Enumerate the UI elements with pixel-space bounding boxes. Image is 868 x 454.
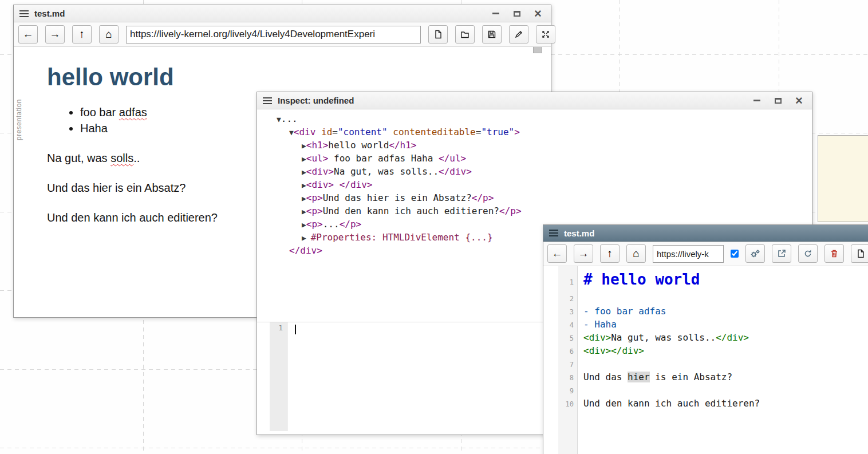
note-window[interactable] [818, 135, 868, 222]
refresh-button[interactable] [798, 244, 818, 263]
text-segment: Und den kann ich auch editieren? [47, 211, 218, 224]
back-button[interactable]: ← [18, 25, 38, 44]
new-file-icon [856, 249, 865, 258]
editor-line[interactable]: 4- Haha [543, 318, 868, 331]
new-file-button[interactable] [851, 244, 868, 263]
window-title: test.md [564, 228, 594, 238]
maximize-button[interactable] [773, 96, 783, 105]
code-segment: </p> [499, 206, 522, 216]
forward-button[interactable]: → [574, 244, 593, 263]
window-title: test.md [34, 9, 65, 18]
up-button[interactable]: ↑ [600, 244, 620, 263]
code-segment: - foo bar adfas [583, 306, 666, 317]
save-icon [487, 30, 496, 39]
disclosure-triangle-icon[interactable]: ▼ [289, 128, 294, 137]
code-segment: "content" [338, 127, 388, 137]
up-button[interactable]: ↑ [72, 25, 92, 44]
disclosure-triangle-icon[interactable]: ▶ [302, 194, 306, 203]
window-menu-icon[interactable] [549, 230, 558, 236]
url-input[interactable] [653, 245, 724, 263]
minimize-button[interactable] [752, 96, 762, 105]
markdown-editor[interactable]: 1# hello world2 3- foo bar adfas4- Haha5… [543, 266, 868, 454]
presentation-label: presentation [15, 88, 23, 151]
settings-button[interactable] [745, 244, 765, 263]
titlebar-presentation[interactable]: test.md × [14, 5, 551, 22]
minimize-button[interactable] [491, 9, 500, 18]
code-segment: Und das hier is ein Absatz? [323, 192, 472, 203]
line-number: 9 [558, 385, 578, 397]
disclosure-triangle-icon[interactable]: ▶ [302, 155, 306, 163]
scrollbar-thumb[interactable] [533, 47, 542, 53]
editor-line[interactable]: 8Und das hier is ein Absatz? [543, 371, 868, 384]
tree-node[interactable]: ▶<h1>hello world</h1> [257, 139, 812, 152]
back-button[interactable]: ← [547, 244, 567, 263]
disclosure-triangle-icon[interactable]: ▶ [302, 220, 306, 229]
tree-node[interactable]: ▶<div>Na gut, was solls..</div> [257, 165, 812, 179]
line-content [578, 358, 589, 370]
disclosure-triangle-icon[interactable]: ▶ [302, 207, 306, 216]
tree-node[interactable]: ▶<div> </div> [257, 179, 812, 192]
code-segment: Na gut, was solls.. [611, 332, 716, 343]
code-segment: </div> [716, 332, 749, 343]
text-cursor [295, 325, 296, 334]
tree-node[interactable]: ▼<div id="content" contenteditable="true… [257, 126, 812, 139]
editor-line[interactable]: 2 [543, 292, 868, 305]
disclosure-triangle-icon[interactable]: ▶ [302, 168, 306, 176]
save-button[interactable] [482, 25, 502, 44]
editor-line[interactable]: 5<div>Na gut, was solls..</div> [543, 331, 868, 345]
expand-icon [541, 30, 550, 39]
line-content: Und das hier is ein Absatz? [578, 371, 732, 384]
url-input[interactable] [126, 26, 421, 44]
line-number: 6 [558, 345, 578, 358]
line-number: 3 [558, 306, 578, 318]
maximize-button[interactable] [512, 9, 522, 18]
window-menu-icon[interactable] [263, 97, 272, 104]
editor-line[interactable]: 10Und den kann ich auch editieren? [543, 397, 868, 410]
gears-icon [750, 249, 760, 258]
editor-line[interactable]: 6<div></div> [543, 345, 868, 358]
disclosure-triangle-icon[interactable]: ▶ [302, 181, 306, 190]
disclosure-triangle-icon[interactable]: ▶ [302, 141, 306, 150]
tree-node[interactable]: ▶<ul> foo bar adfas Haha </ul> [257, 152, 812, 165]
code-segment: </h1> [389, 140, 416, 151]
edit-button[interactable] [509, 25, 528, 44]
line-content [578, 292, 589, 305]
open-folder-button[interactable] [455, 25, 475, 44]
home-button[interactable]: ⌂ [626, 244, 646, 263]
titlebar-editor[interactable]: test.md [543, 225, 868, 242]
code-segment: <div [294, 127, 321, 137]
code-segment: <p> [306, 219, 323, 230]
close-button[interactable]: × [533, 9, 543, 18]
tree-node[interactable]: ▶<p>Und das hier is ein Absatz?</p> [257, 192, 812, 205]
home-button[interactable]: ⌂ [99, 25, 119, 44]
new-file-icon [433, 30, 443, 39]
disclosure-triangle-icon[interactable]: ▶ [302, 234, 311, 242]
refresh-icon [803, 249, 812, 258]
editor-line[interactable]: 7 [543, 358, 868, 371]
forward-button[interactable]: → [45, 25, 65, 44]
code-segment: </div> [340, 179, 373, 190]
editor-line[interactable]: 3- foo bar adfas [543, 305, 868, 318]
line-number: 1 [558, 273, 578, 292]
fullscreen-button[interactable] [536, 25, 555, 44]
editor-line[interactable]: 1# hello world [543, 270, 868, 292]
line-number: 7 [558, 358, 578, 371]
new-file-button[interactable] [428, 25, 448, 44]
code-segment: </ul> [439, 153, 466, 164]
open-external-button[interactable] [772, 244, 791, 263]
tree-node[interactable]: ▼... [257, 113, 812, 126]
delete-button[interactable] [824, 244, 844, 263]
disclosure-triangle-icon[interactable]: ▼ [277, 115, 281, 124]
window-menu-icon[interactable] [19, 10, 29, 17]
code-segment: - Haha [583, 319, 617, 330]
tree-node[interactable]: ▶<p>Und den kann ich auch editieren?</p> [257, 205, 812, 218]
code-segment: </p> [472, 192, 494, 203]
code-segment: <h1> [306, 140, 329, 151]
code-segment [334, 179, 340, 190]
code-segment: ... [281, 113, 298, 124]
titlebar-inspector[interactable]: Inspect: undefined × [257, 92, 812, 109]
code-segment: <div> [583, 345, 611, 356]
close-button[interactable]: × [794, 96, 804, 105]
editor-line[interactable]: 9 [543, 384, 868, 397]
auto-update-checkbox[interactable] [731, 250, 739, 258]
